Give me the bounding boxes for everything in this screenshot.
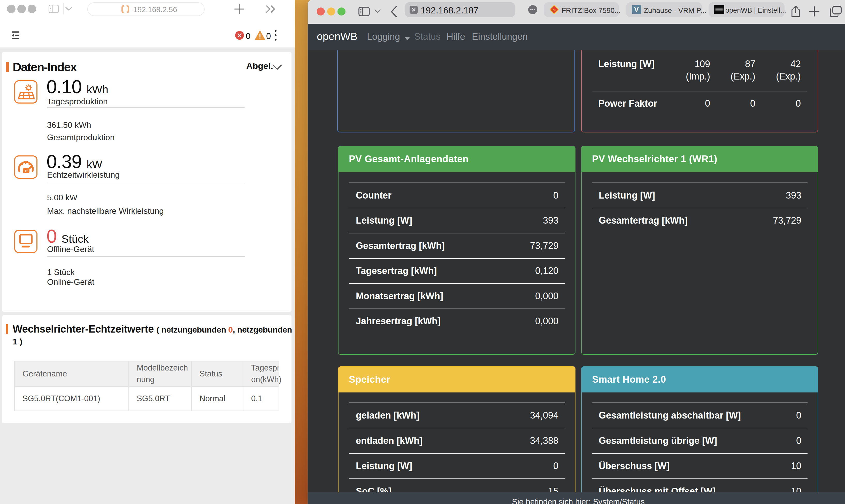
svg-text:Frz: Frz xyxy=(552,9,556,11)
svg-text:P: P xyxy=(25,168,28,173)
